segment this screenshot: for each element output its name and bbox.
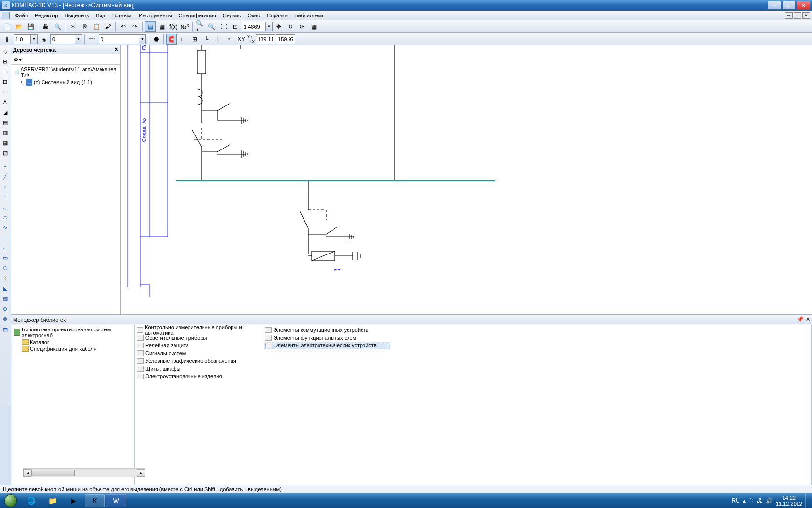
start-button[interactable] xyxy=(1,494,20,508)
expand-icon[interactable]: + xyxy=(19,80,24,85)
linetype-combo[interactable]: ▼ xyxy=(99,34,146,44)
tray-clock[interactable]: 14:22 11.12.2012 xyxy=(776,495,802,507)
refresh-button[interactable]: ⟳ xyxy=(297,21,307,32)
point-tool[interactable]: ┼ xyxy=(0,67,10,76)
minimize-button[interactable]: ─ xyxy=(768,1,781,10)
menu-view[interactable]: Вид xyxy=(92,12,109,19)
fx-button[interactable]: f(x) xyxy=(168,21,179,32)
equid-tool[interactable]: ⊜ xyxy=(0,314,10,324)
close-button[interactable]: ✕ xyxy=(797,1,810,10)
library-pin-button[interactable]: 📌 xyxy=(797,316,804,323)
layer-combo[interactable]: ▼ xyxy=(50,34,82,44)
layer-button[interactable]: ◈ xyxy=(39,34,49,45)
rotate-button[interactable]: ↻ xyxy=(285,21,296,32)
tray-network-icon[interactable]: 🖧 xyxy=(757,497,763,504)
task-explorer[interactable]: 📁 xyxy=(42,494,62,507)
fillet-tool[interactable]: ⌐ xyxy=(0,243,10,253)
scroll-track[interactable] xyxy=(31,469,135,477)
tree-child-row[interactable]: + ▭ (т) Системный вид (1:1) xyxy=(12,78,119,86)
lib-item[interactable]: Контрольно-измерительные приборы и автом… xyxy=(136,326,262,334)
grid-button[interactable]: ⊞ xyxy=(189,34,200,45)
layer-input[interactable] xyxy=(50,34,75,44)
redo-button[interactable]: ↷ xyxy=(130,21,140,32)
collect-tool[interactable]: ⊕ xyxy=(0,304,10,314)
dropdown-icon[interactable]: ▼ xyxy=(139,34,146,44)
help-cursor-button[interactable]: №? xyxy=(180,21,190,32)
tree-root-row[interactable]: 📄 \\SERVER21\students\11-эпп\Амекачев Т.… xyxy=(12,66,119,78)
zoom-minus-button[interactable]: 🔍- xyxy=(207,21,218,32)
task-wmplayer[interactable]: ▶ xyxy=(63,494,84,507)
variable-button[interactable]: ▦ xyxy=(157,21,167,32)
polyline-tool[interactable]: ⌇ xyxy=(0,273,10,283)
aux-line-tool[interactable]: ⟋ xyxy=(0,182,10,192)
dropdown-icon[interactable]: ▼ xyxy=(266,22,273,31)
menu-window[interactable]: Окно xyxy=(244,12,263,19)
spec-tool[interactable]: ▤ xyxy=(0,118,10,127)
perp-button[interactable]: ⊥ xyxy=(213,34,223,45)
snap-button[interactable]: 🧲 xyxy=(166,34,177,45)
coord-x-input[interactable] xyxy=(256,34,275,44)
tray-show-hidden-icon[interactable]: ▴ xyxy=(743,497,746,504)
circle-tool[interactable]: ○ xyxy=(0,192,10,202)
ellipse-tool[interactable]: ⬭ xyxy=(0,212,10,222)
coord-y-input[interactable] xyxy=(276,34,295,44)
scroll-left-button[interactable]: ◂ xyxy=(23,469,31,477)
tree-close-button[interactable]: ✕ xyxy=(114,46,118,53)
lib-item[interactable]: Сигналы систем xyxy=(136,349,262,357)
lib-item-selected[interactable]: Элементы электротехнических устройств xyxy=(264,342,390,349)
select-tool[interactable]: ⊞ xyxy=(0,57,10,66)
library-tree[interactable]: Библиотека проектирования систем электро… xyxy=(12,325,135,486)
state-button[interactable]: ⫿ xyxy=(2,34,13,45)
library-button[interactable]: ▤ xyxy=(145,21,156,32)
lib-item[interactable]: Электроустановочные изделия xyxy=(136,373,262,380)
doc-minimize-button[interactable]: ─ xyxy=(785,12,793,19)
cut-button[interactable]: ✂ xyxy=(68,21,78,32)
libtree-row[interactable]: Библиотека проектирования систем электро… xyxy=(13,326,133,339)
pan-button[interactable]: ✥ xyxy=(274,21,284,32)
menu-service[interactable]: Сервис xyxy=(219,12,245,19)
tray-lang[interactable]: RU xyxy=(732,497,740,504)
menu-select[interactable]: Выделить xyxy=(61,12,92,19)
contour-tool[interactable]: ⬒ xyxy=(0,324,10,334)
tray-volume-icon[interactable]: 🔊 xyxy=(766,497,773,504)
stop-button[interactable]: ⬣ xyxy=(151,34,161,45)
lib-item[interactable]: Элементы функциональных схем xyxy=(264,334,390,342)
menu-spec[interactable]: Спецификация xyxy=(175,12,219,19)
save-button[interactable]: 💾 xyxy=(25,21,36,32)
preview-button[interactable]: 🔍 xyxy=(52,21,63,32)
spline-tool[interactable]: ∿ xyxy=(0,223,10,232)
linetype-button[interactable]: 〰 xyxy=(87,34,98,45)
lib-item[interactable]: Щиты, шкафы xyxy=(136,365,262,373)
geometry-tool[interactable]: ◇ xyxy=(0,46,10,56)
point-geom-tool[interactable]: • xyxy=(0,162,10,171)
dimension-tool[interactable]: ↔ xyxy=(0,87,10,97)
zoom-plus-button[interactable]: 🔍+ xyxy=(195,21,206,32)
lib-item[interactable]: Элементы коммутационных устройств xyxy=(264,326,390,334)
task-kompas[interactable]: К xyxy=(85,494,105,507)
paste-button[interactable]: 📋 xyxy=(91,21,102,32)
library-list[interactable]: Контрольно-измерительные приборы и автом… xyxy=(135,325,811,486)
scroll-thumb[interactable] xyxy=(31,470,75,476)
zoom-scale-combo[interactable]: ▼ xyxy=(242,22,273,31)
doc-close-button[interactable]: ✕ xyxy=(802,12,810,19)
tree-config-button[interactable]: ⚙▾ xyxy=(13,55,22,64)
grid-tool[interactable]: ⊡ xyxy=(0,77,10,87)
menu-tools[interactable]: Инструменты xyxy=(135,12,175,19)
libtree-row[interactable]: Каталог xyxy=(13,339,133,345)
text-tool[interactable]: A xyxy=(0,97,10,107)
zoom-window-button[interactable]: ⛶ xyxy=(218,21,229,32)
maximize-button[interactable]: ▭ xyxy=(782,1,796,10)
menu-file[interactable]: Файл xyxy=(12,12,31,19)
rect-tool[interactable]: ▭ xyxy=(0,253,10,263)
line-tool[interactable]: ╱ xyxy=(0,172,10,181)
xy-button[interactable]: XY xyxy=(236,34,246,45)
ortho-button[interactable]: ∟ xyxy=(178,34,188,45)
menu-libraries[interactable]: Библиотеки xyxy=(291,12,327,19)
lib-item[interactable]: Условные графические обозначения xyxy=(136,357,262,365)
dropdown-icon[interactable]: ▼ xyxy=(75,34,82,44)
fit-button[interactable]: ▦ xyxy=(308,21,319,32)
edit-tool[interactable]: ◢ xyxy=(0,107,10,117)
report-tool[interactable]: ▥ xyxy=(0,128,10,137)
zoom-fit-button[interactable]: ⊡ xyxy=(230,21,241,32)
param-tool[interactable]: ▦ xyxy=(0,138,10,148)
